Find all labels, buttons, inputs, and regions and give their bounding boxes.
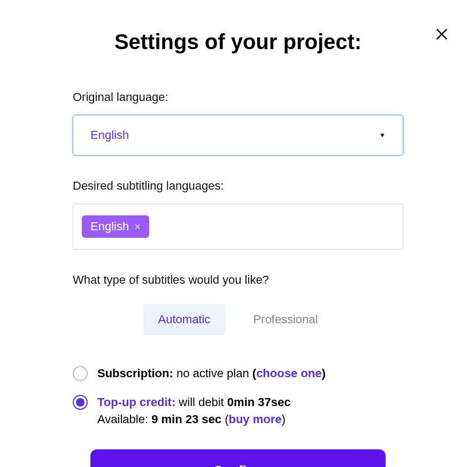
original-language-value: English <box>90 128 129 142</box>
desired-languages-label: Desired subtitling languages: <box>73 179 403 193</box>
choose-plan-link[interactable]: choose one <box>256 367 321 380</box>
subscription-status: no active plan <box>176 367 249 380</box>
desired-languages-input[interactable]: English × <box>73 204 403 250</box>
topup-label: Top-up credit: <box>97 395 175 409</box>
subtitle-type-question: What type of subtitles would you like? <box>73 273 403 287</box>
topup-available-prefix: Available: <box>97 412 148 426</box>
topup-debit-prefix: will debit <box>179 395 224 409</box>
topup-available-amount: 9 min 23 sec <box>151 412 221 426</box>
plan-option-subscription[interactable]: Subscription: no active plan (choose one… <box>73 365 403 382</box>
remove-tag-icon[interactable]: × <box>134 221 141 232</box>
language-tag-label: English <box>90 220 129 234</box>
tab-professional[interactable]: Professional <box>238 304 333 335</box>
topup-text: Top-up credit: will debit 0min 37sec Ava… <box>97 394 291 428</box>
confirm-button[interactable]: Confirm <box>90 449 386 467</box>
tab-automatic[interactable]: Automatic <box>143 304 226 335</box>
original-language-label: Original language: <box>73 90 403 104</box>
radio-subscription[interactable] <box>73 366 88 381</box>
close-button[interactable] <box>433 26 450 43</box>
subtitle-type-tabs: Automatic Professional <box>73 304 403 335</box>
modal-title: Settings of your project: <box>0 30 476 54</box>
subscription-label: Subscription: <box>97 367 173 380</box>
language-tag: English × <box>82 215 149 238</box>
radio-selected-icon <box>76 398 85 407</box>
radio-topup[interactable] <box>73 395 88 410</box>
plan-option-topup[interactable]: Top-up credit: will debit 0min 37sec Ava… <box>73 394 403 428</box>
close-icon <box>434 27 449 42</box>
original-language-select[interactable]: English ▼ <box>73 115 403 155</box>
subscription-text: Subscription: no active plan (choose one… <box>97 365 326 382</box>
chevron-down-icon: ▼ <box>379 131 386 139</box>
buy-more-link[interactable]: buy more <box>228 412 281 426</box>
topup-debit-amount: 0min 37sec <box>227 395 291 409</box>
